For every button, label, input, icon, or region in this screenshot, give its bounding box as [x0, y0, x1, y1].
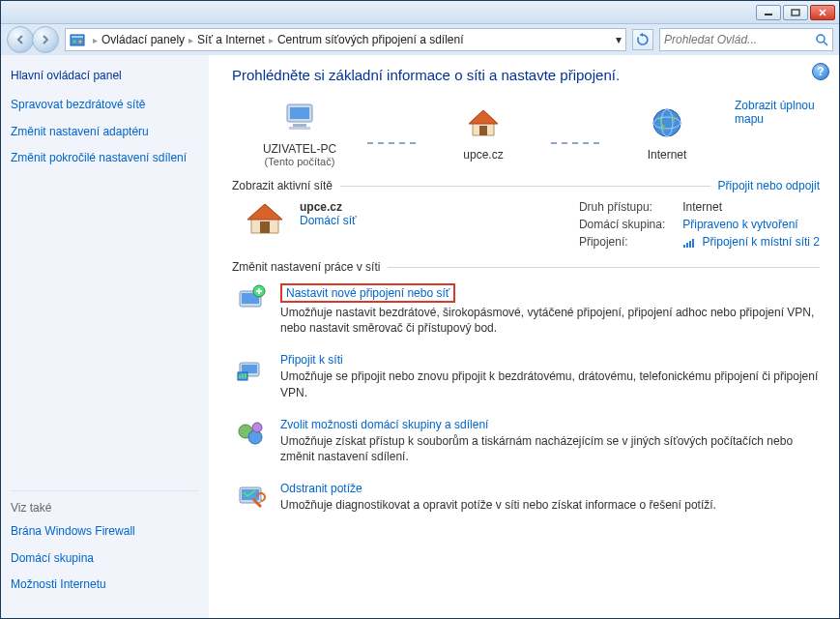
task-connect-network[interactable]: Připojit k síti Umožňuje se připojit neb… — [236, 353, 820, 399]
connect-disconnect-link[interactable]: Připojit nebo odpojit — [718, 179, 820, 192]
search-input[interactable] — [664, 33, 815, 46]
homegroup-link[interactable]: Připraveno k vytvoření — [682, 218, 797, 231]
address-bar: ▸ Ovládací panely ▸ Síť a Internet ▸ Cen… — [1, 24, 839, 55]
svg-rect-14 — [479, 126, 487, 135]
svg-rect-21 — [689, 241, 691, 248]
network-type-link[interactable]: Domácí síť — [300, 214, 357, 227]
network-name: upce.cz — [300, 200, 357, 214]
svg-rect-22 — [692, 239, 694, 248]
sidebar-item-internet-options[interactable]: Možnosti Internetu — [11, 577, 199, 593]
task-title[interactable]: Připojit k síti — [280, 353, 343, 367]
svg-point-7 — [79, 41, 82, 44]
minimize-button[interactable] — [756, 5, 781, 20]
setup-connection-icon — [236, 283, 267, 314]
svg-point-8 — [817, 35, 825, 43]
sidebar-item-wireless[interactable]: Spravovat bezdrátové sítě — [11, 98, 199, 113]
svg-rect-5 — [72, 36, 83, 38]
full-map-link[interactable]: Zobrazit úplnou mapu — [735, 99, 820, 126]
breadcrumb[interactable]: ▸ Ovládací panely ▸ Síť a Internet ▸ Cen… — [65, 28, 626, 51]
control-panel-icon — [70, 32, 85, 47]
access-type-value: Internet — [682, 200, 820, 214]
task-setup-connection[interactable]: Nastavit nové připojení nebo síť Umožňuj… — [236, 283, 820, 336]
crumb-leaf[interactable]: Centrum síťových připojení a sdílení — [277, 33, 464, 46]
connection-link[interactable]: Připojení k místní síti 2 — [703, 235, 820, 249]
house-icon — [465, 104, 502, 141]
connect-network-icon — [236, 353, 267, 384]
titlebar — [1, 1, 839, 24]
topology-gateway[interactable]: upce.cz — [416, 104, 551, 162]
task-troubleshoot[interactable]: Odstranit potíže Umožňuje diagnostikovat… — [236, 482, 820, 513]
svg-rect-29 — [239, 375, 241, 378]
homegroup-icon — [236, 418, 267, 449]
crumb-mid[interactable]: Síť a Internet — [197, 33, 265, 46]
change-settings-header: Změnit nastavení práce v síti — [232, 260, 820, 274]
troubleshoot-icon — [236, 482, 267, 513]
svg-rect-12 — [293, 124, 306, 127]
sidebar-item-firewall[interactable]: Brána Windows Firewall — [11, 524, 199, 540]
back-button[interactable] — [7, 26, 34, 53]
active-network: upce.cz Domácí síť Druh přístupu: Intern… — [244, 200, 820, 249]
close-button[interactable] — [810, 5, 835, 20]
window-network-center: ▸ Ovládací panely ▸ Síť a Internet ▸ Cen… — [0, 0, 840, 619]
svg-rect-20 — [686, 243, 688, 248]
svg-point-34 — [252, 423, 262, 432]
active-networks-header: Zobrazit aktivní sítě Připojit nebo odpo… — [232, 179, 820, 192]
svg-rect-30 — [242, 374, 244, 378]
task-desc: Umožňuje získat přístup k souborům a tis… — [280, 433, 820, 464]
task-list: Nastavit nové připojení nebo síť Umožňuj… — [232, 283, 820, 513]
connection-icon — [682, 237, 696, 249]
crumb-root[interactable]: Ovládací panely — [101, 33, 185, 46]
task-title[interactable]: Zvolit možnosti domácí skupiny a sdílení — [280, 418, 488, 431]
svg-rect-19 — [683, 245, 685, 248]
network-house-icon — [244, 200, 286, 237]
task-desc: Umožňuje se připojit nebo znovu připojit… — [280, 368, 820, 399]
forward-button[interactable] — [32, 26, 59, 53]
svg-point-15 — [653, 109, 681, 136]
dropdown-icon[interactable]: ▾ — [616, 33, 622, 46]
globe-icon — [649, 104, 685, 141]
svg-rect-31 — [245, 373, 246, 378]
search-icon — [815, 33, 828, 46]
see-also-title: Viz také — [11, 490, 199, 515]
task-desc: Umožňuje diagnostikovat a opravit potíže… — [280, 497, 716, 513]
maximize-button[interactable] — [783, 5, 808, 20]
task-title[interactable]: Nastavit nové připojení nebo síť — [280, 283, 455, 303]
task-desc: Umožňuje nastavit bezdrátové, širokopásm… — [280, 305, 820, 336]
sidebar-item-homegroup[interactable]: Domácí skupina — [11, 551, 199, 567]
network-properties: Druh přístupu: Internet Domácí skupina: … — [579, 200, 820, 249]
svg-rect-13 — [289, 127, 310, 130]
refresh-icon — [636, 33, 650, 46]
svg-rect-11 — [290, 107, 309, 119]
svg-rect-1 — [792, 10, 799, 15]
page-title: Prohlédněte si základní informace o síti… — [232, 67, 820, 83]
help-icon[interactable]: ? — [812, 63, 829, 80]
sidebar-item-adapter[interactable]: Změnit nastavení adaptéru — [11, 125, 199, 140]
task-title[interactable]: Odstranit potíže — [280, 482, 362, 495]
search-box[interactable] — [659, 28, 833, 51]
sidebar-title[interactable]: Hlavní ovládací panel — [11, 69, 199, 82]
main-content: ? Prohlédněte si základní informace o sí… — [209, 55, 839, 618]
network-topology: UZIVATEL-PC (Tento počítač) upce.cz Inte… — [232, 99, 820, 167]
pc-icon — [281, 99, 318, 135]
svg-point-6 — [73, 41, 76, 44]
svg-line-9 — [824, 42, 827, 45]
sidebar: Hlavní ovládací panel Spravovat bezdráto… — [1, 55, 209, 618]
task-homegroup-sharing[interactable]: Zvolit možnosti domácí skupiny a sdílení… — [236, 418, 820, 464]
topology-pc[interactable]: UZIVATEL-PC (Tento počítač) — [232, 99, 367, 167]
svg-rect-18 — [260, 221, 270, 233]
topology-internet[interactable]: Internet — [599, 104, 735, 162]
refresh-button[interactable] — [632, 29, 653, 50]
sidebar-item-sharing[interactable]: Změnit pokročilé nastavení sdílení — [11, 151, 199, 166]
